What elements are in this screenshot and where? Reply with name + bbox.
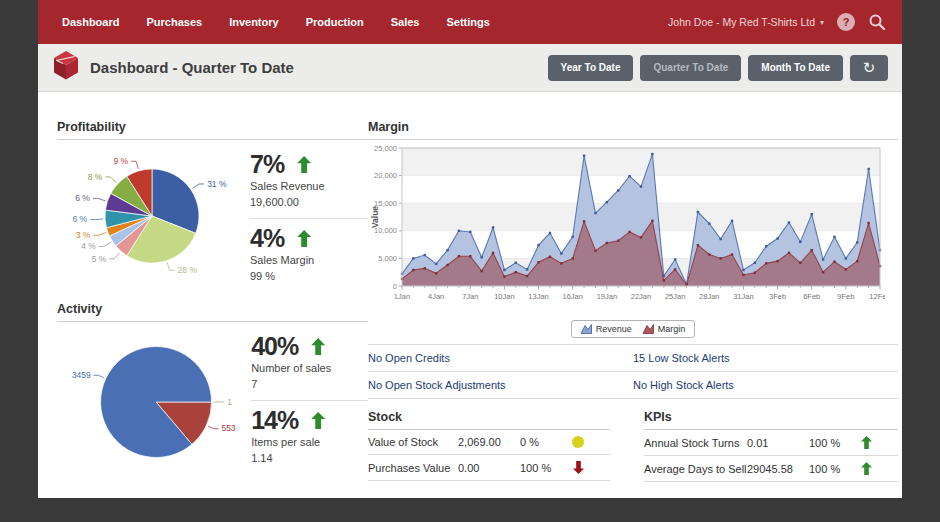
help-icon[interactable]: ? <box>837 13 855 31</box>
nav-item-dashboard[interactable]: Dashboard <box>62 16 119 28</box>
page-header: Dashboard - Quarter To Date Year To Date… <box>38 44 902 92</box>
chevron-down-icon: ▾ <box>820 18 824 27</box>
app-window: Dashboard Purchases Inventory Production… <box>38 0 902 498</box>
row-value: 0.01 <box>747 437 809 449</box>
svg-text:31Jan: 31Jan <box>733 292 753 301</box>
row-percent: 100 % <box>520 462 572 474</box>
status-neutral-icon <box>572 436 584 448</box>
top-nav: Dashboard Purchases Inventory Production… <box>38 0 902 44</box>
kpi-number-of-sales: 40% Number of sales 7 <box>251 332 368 400</box>
kpi-value: 99 % <box>250 269 368 285</box>
bottom-tables: Stock Value of Stock 2,069.00 0 % Purcha… <box>368 410 898 482</box>
link-stock-adjustments[interactable]: No Open Stock Adjustments <box>368 372 633 399</box>
trend-up-icon <box>297 230 311 247</box>
activity-heading: Activity <box>57 302 368 322</box>
svg-text:3Feb: 3Feb <box>769 292 786 301</box>
alert-links: No Open Credits 15 Low Stock Alerts No O… <box>368 344 898 399</box>
nav-right-group: John Doe - My Red T-Shirts Ltd ▾ ? <box>668 13 886 31</box>
row-label: Average Days to Sell <box>644 463 747 475</box>
row-percent: 100 % <box>809 437 861 449</box>
main-content: Profitability 31 %28 %5 %4 %3 %6 %6 %8 %… <box>38 92 902 498</box>
row-value: 2,069.00 <box>458 436 520 448</box>
svg-text:19Jan: 19Jan <box>597 292 617 301</box>
trend-up-icon <box>311 412 325 429</box>
nav-item-purchases[interactable]: Purchases <box>146 16 202 28</box>
svg-text:3459: 3459 <box>72 370 91 380</box>
svg-text:6Feb: 6Feb <box>803 292 820 301</box>
kpi-sales-revenue: 7% Sales Revenue 19,600.00 <box>250 150 368 218</box>
svg-text:8 %: 8 % <box>88 172 103 182</box>
svg-text:4 %: 4 % <box>81 241 96 251</box>
kpis-heading: KPIs <box>644 410 898 430</box>
margin-heading: Margin <box>368 120 898 140</box>
link-high-stock-alerts[interactable]: No High Stock Alerts <box>633 372 898 399</box>
trend-up-icon <box>861 462 872 475</box>
row-label: Annual Stock Turns <box>644 437 747 449</box>
trend-down-icon <box>573 461 584 474</box>
year-to-date-button[interactable]: Year To Date <box>548 55 634 81</box>
svg-text:31 %: 31 % <box>207 179 227 189</box>
trend-up-icon <box>297 156 311 173</box>
date-range-buttons: Year To Date Quarter To Date Month To Da… <box>548 55 888 81</box>
activity-kpis: 40% Number of sales 7 14% <box>251 322 368 480</box>
svg-text:28 %: 28 % <box>178 265 198 275</box>
profitability-kpis: 7% Sales Revenue 19,600.00 4% <box>250 140 368 292</box>
row-percent: 100 % <box>809 463 861 475</box>
profitability-heading: Profitability <box>57 120 368 140</box>
legend-item-revenue[interactable]: Revenue <box>581 324 632 334</box>
profitability-pie-chart: 31 %28 %5 %4 %3 %6 %6 %8 %9 % <box>57 140 249 292</box>
user-menu[interactable]: John Doe - My Red T-Shirts Ltd ▾ <box>668 16 824 28</box>
right-column: Margin 05,00010,00015,00020,00025,0001Ja… <box>368 104 902 498</box>
left-column: Profitability 31 %28 %5 %4 %3 %6 %6 %8 %… <box>57 104 368 498</box>
table-row: Annual Stock Turns 0.01 100 % <box>644 430 898 456</box>
kpi-percent: 40% <box>251 332 298 361</box>
kpi-label: Sales Revenue <box>250 179 368 195</box>
activity-pie-chart: 15533459 <box>57 322 251 480</box>
trend-up-icon <box>311 338 325 355</box>
row-label: Value of Stock <box>368 436 458 448</box>
kpi-sales-margin: 4% Sales Margin 99 % <box>250 218 368 292</box>
svg-text:Value: Value <box>370 206 380 228</box>
link-open-credits[interactable]: No Open Credits <box>368 345 633 372</box>
nav-item-inventory[interactable]: Inventory <box>229 16 279 28</box>
search-icon[interactable] <box>868 13 886 31</box>
svg-text:3 %: 3 % <box>76 230 91 240</box>
nav-item-settings[interactable]: Settings <box>446 16 489 28</box>
margin-section: Margin 05,00010,00015,00020,00025,0001Ja… <box>368 120 898 482</box>
svg-text:13Jan: 13Jan <box>528 292 548 301</box>
nav-item-sales[interactable]: Sales <box>391 16 420 28</box>
nav-item-production[interactable]: Production <box>306 16 364 28</box>
kpi-percent: 7% <box>250 150 284 179</box>
svg-text:12Feb: 12Feb <box>869 292 885 301</box>
trend-up-icon <box>861 436 872 449</box>
svg-text:5,000: 5,000 <box>378 254 397 263</box>
kpi-value: 7 <box>251 377 368 393</box>
month-to-date-button[interactable]: Month To Date <box>748 55 843 81</box>
page-title: Dashboard - Quarter To Date <box>90 59 294 76</box>
svg-text:9Feb: 9Feb <box>837 292 854 301</box>
row-percent: 0 % <box>520 436 572 448</box>
row-label: Purchases Value <box>368 462 458 474</box>
svg-text:6 %: 6 % <box>72 214 87 224</box>
svg-text:20,000: 20,000 <box>374 171 397 180</box>
kpis-table: KPIs Annual Stock Turns 0.01 100 % Avera… <box>644 410 898 482</box>
chart-legend: Revenue Margin <box>368 320 898 338</box>
svg-text:0: 0 <box>393 282 397 291</box>
svg-text:9 %: 9 % <box>113 156 128 166</box>
kpi-label: Items per sale <box>251 435 368 451</box>
legend-item-margin[interactable]: Margin <box>643 324 686 334</box>
svg-text:25Jan: 25Jan <box>665 292 685 301</box>
svg-text:22Jan: 22Jan <box>631 292 651 301</box>
quarter-to-date-button[interactable]: Quarter To Date <box>640 55 741 81</box>
kpi-items-per-sale: 14% Items per sale 1.14 <box>251 400 368 474</box>
app-logo-cube-icon <box>52 50 80 85</box>
svg-text:1Jan: 1Jan <box>394 292 410 301</box>
svg-text:16Jan: 16Jan <box>562 292 582 301</box>
margin-area-chart: 05,00010,00015,00020,00025,0001Jan4Jan7J… <box>368 143 885 315</box>
screen: Dashboard Purchases Inventory Production… <box>0 0 940 522</box>
refresh-icon[interactable]: ↻ <box>850 55 888 81</box>
user-label: John Doe - My Red T-Shirts Ltd <box>668 16 815 28</box>
link-low-stock-alerts[interactable]: 15 Low Stock Alerts <box>633 345 898 372</box>
stock-table: Stock Value of Stock 2,069.00 0 % Purcha… <box>368 410 610 482</box>
kpi-label: Sales Margin <box>250 253 368 269</box>
